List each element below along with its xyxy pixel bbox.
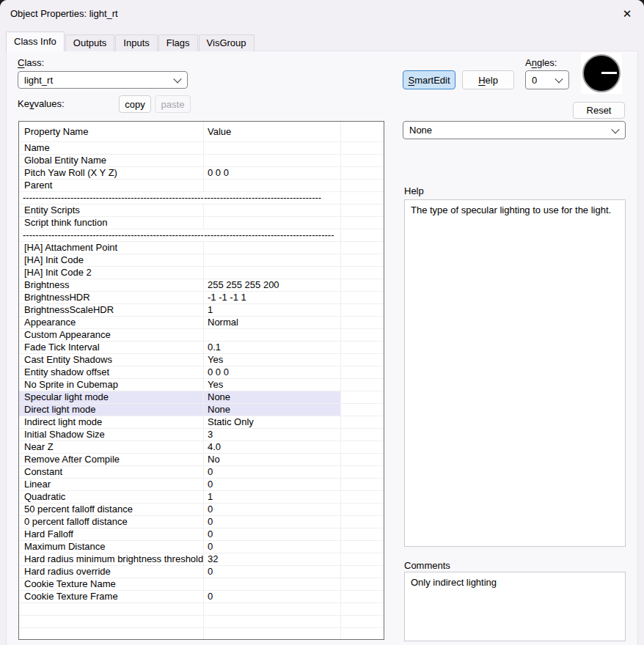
property-name-cell: Linear: [19, 479, 204, 490]
table-row[interactable]: Initial Shadow Size3: [19, 429, 384, 441]
table-row[interactable]: Entity shadow offset0 0 0: [19, 366, 384, 379]
table-row[interactable]: 0 percent falloff distance0: [19, 516, 384, 528]
extra-cell: [341, 366, 384, 378]
table-row[interactable]: Indirect light modeStatic Only: [19, 416, 384, 429]
table-row[interactable]: Parent: [19, 180, 384, 192]
table-row[interactable]: Script think function: [19, 217, 384, 229]
table-row[interactable]: 50 percent falloff distance0: [19, 504, 384, 516]
table-row[interactable]: Fade Tick Interval0.1: [19, 342, 384, 354]
property-value-cell: [204, 204, 341, 216]
tab-outputs[interactable]: Outputs: [65, 34, 115, 51]
table-row[interactable]: Entity Scripts: [19, 204, 384, 217]
table-row[interactable]: Near Z4.0: [19, 441, 384, 454]
property-name-cell: ----------------------------------------…: [19, 192, 204, 204]
extra-cell: [341, 391, 384, 403]
class-combobox[interactable]: light_rt: [18, 71, 188, 89]
tab-flags[interactable]: Flags: [158, 34, 198, 51]
property-name-cell: ----------------------------------------…: [19, 229, 204, 241]
table-row[interactable]: Linear0: [19, 479, 384, 491]
table-row[interactable]: Name: [19, 142, 384, 155]
extra-cell: [341, 479, 384, 490]
table-row[interactable]: No Sprite in CubemapYes: [19, 379, 384, 391]
property-name-cell: Brightness: [19, 279, 204, 291]
window-title: Object Properties: light_rt: [10, 8, 118, 19]
help-button-label: Help: [478, 75, 498, 86]
help-button[interactable]: Help: [462, 70, 514, 89]
table-row[interactable]: [HA] Init Code: [19, 254, 384, 267]
extra-cell: [341, 528, 384, 540]
extra-cell: [341, 254, 384, 266]
table-separator-row[interactable]: ----------------------------------------…: [19, 229, 384, 242]
value-editor-combobox[interactable]: None: [403, 121, 626, 139]
paste-button[interactable]: paste: [155, 95, 191, 113]
property-value-cell: [204, 180, 341, 191]
title-bar[interactable]: Object Properties: light_rt ✕: [0, 0, 644, 28]
table-row[interactable]: AppearanceNormal: [19, 317, 384, 329]
extra-cell: [341, 516, 384, 528]
table-row[interactable]: Pitch Yaw Roll (X Y Z)0 0 0: [19, 167, 384, 180]
property-name-cell: Script think function: [19, 217, 204, 229]
table-row[interactable]: Custom Appearance: [19, 329, 384, 342]
table-row[interactable]: BrightnessHDR-1 -1 -1 1: [19, 292, 384, 304]
extra-cell: [341, 541, 384, 553]
table-separator-row[interactable]: ----------------------------------------…: [19, 192, 384, 204]
property-value-cell: None: [204, 404, 341, 416]
property-name-cell: Hard Falloff: [19, 528, 204, 540]
property-value-cell: [204, 578, 341, 590]
property-name-cell: No Sprite in Cubemap: [19, 379, 204, 391]
table-row[interactable]: Constant0: [19, 466, 384, 479]
property-value-cell: 0 0 0: [204, 167, 341, 179]
table-row[interactable]: Hard Falloff0: [19, 528, 384, 541]
help-panel-box: The type of specular lighting to use for…: [404, 199, 626, 547]
angles-label: Angles:: [525, 57, 557, 68]
class-label: Class:: [18, 57, 44, 68]
property-value-cell: 255 255 255 200: [204, 279, 341, 291]
table-row[interactable]: Hard radius minimum brightness threshold…: [19, 553, 384, 566]
close-icon[interactable]: ✕: [618, 5, 636, 23]
extra-cell: [341, 578, 384, 590]
table-row[interactable]: Direct light modeNone: [19, 404, 384, 416]
extra-cell: [341, 404, 384, 416]
paste-button-label: paste: [161, 99, 185, 110]
table-row[interactable]: Maximum Distance0: [19, 541, 384, 553]
comments-textarea[interactable]: Only indirect lighting: [404, 572, 626, 641]
property-name-cell: Fade Tick Interval: [19, 342, 204, 353]
angles-combobox[interactable]: 0: [525, 70, 569, 89]
property-value-cell: -------------------------------------: [204, 192, 341, 204]
table-row[interactable]: [19, 603, 384, 616]
property-value-cell: 0.1: [204, 342, 341, 353]
table-row[interactable]: Specular light modeNone: [19, 391, 384, 404]
extra-cell: [341, 167, 384, 179]
property-name-cell: Constant: [19, 466, 204, 478]
table-row[interactable]: [19, 616, 384, 628]
reset-button[interactable]: Reset: [573, 102, 625, 119]
copy-button[interactable]: copy: [119, 95, 151, 113]
table-row[interactable]: Global Entity Name: [19, 155, 384, 167]
tab-inputs[interactable]: Inputs: [115, 34, 157, 51]
property-name-cell: Maximum Distance: [19, 541, 204, 553]
table-row[interactable]: Remove After CompileNo: [19, 454, 384, 466]
table-row[interactable]: Quadratic1: [19, 491, 384, 504]
table-row[interactable]: [19, 628, 384, 640]
tab-visgroup[interactable]: VisGroup: [199, 34, 255, 51]
property-name-cell: BrightnessHDR: [19, 292, 204, 303]
table-row[interactable]: Hard radius override0: [19, 566, 384, 578]
table-row[interactable]: [HA] Attachment Point: [19, 242, 384, 254]
property-name-cell: Near Z: [19, 441, 204, 453]
property-name-cell: Pitch Yaw Roll (X Y Z): [19, 167, 204, 179]
table-row[interactable]: Cast Entity ShadowsYes: [19, 354, 384, 366]
table-row[interactable]: Cookie Texture Name: [19, 578, 384, 591]
object-properties-window: Object Properties: light_rt ✕ Class Info…: [0, 0, 644, 645]
table-row[interactable]: Cookie Texture Frame0: [19, 591, 384, 603]
property-name-cell: 0 percent falloff distance: [19, 516, 204, 528]
property-name-cell: Remove After Compile: [19, 454, 204, 465]
tab-class-info[interactable]: Class Info: [6, 32, 65, 51]
value-editor-selected: None: [409, 125, 432, 136]
angle-indicator[interactable]: [581, 53, 622, 94]
property-name-cell: Entity shadow offset: [19, 366, 204, 378]
table-row[interactable]: Brightness255 255 255 200: [19, 279, 384, 292]
smartedit-button[interactable]: SmartEdit: [403, 70, 455, 89]
table-row[interactable]: BrightnessScaleHDR1: [19, 304, 384, 317]
table-row[interactable]: [HA] Init Code 2: [19, 267, 384, 279]
property-name-cell: Hard radius override: [19, 566, 204, 578]
